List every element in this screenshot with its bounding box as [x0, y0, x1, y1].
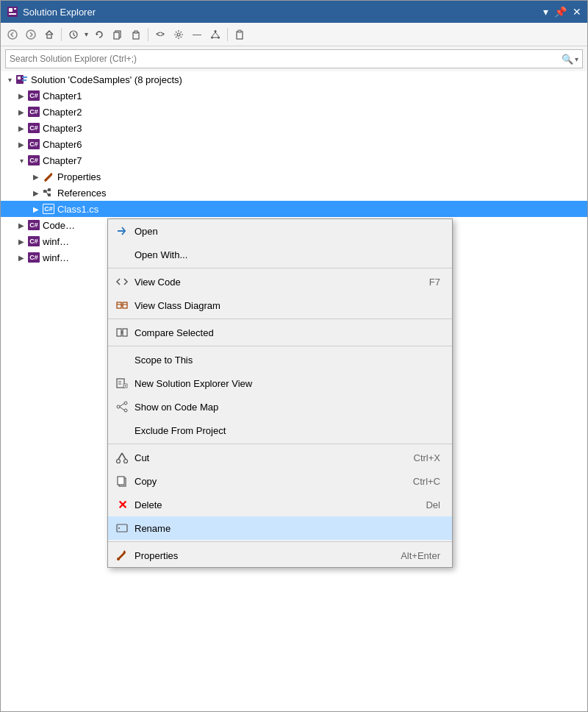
properties-expander: ▶ [30, 173, 42, 181]
clipboard-icon [234, 29, 245, 40]
refresh-button[interactable] [91, 26, 107, 43]
svg-rect-56 [118, 477, 124, 485]
open-with-icon [114, 246, 130, 263]
collapse-button[interactable]: — [189, 26, 205, 43]
ctx-cut-label: Cut [135, 452, 392, 463]
svg-rect-2 [14, 8, 16, 10]
cut-svg [115, 451, 129, 464]
svg-rect-26 [43, 190, 46, 193]
open-icon [114, 223, 130, 239]
codemap-svg [115, 400, 129, 413]
class1cs-expander: ▶ [30, 205, 42, 213]
ctx-copy[interactable]: Copy Ctrl+C [108, 469, 452, 493]
search-icon[interactable]: 🔍 [562, 54, 573, 65]
ctx-view-code[interactable]: View Code F7 [108, 270, 452, 293]
svg-point-25 [45, 179, 47, 182]
history-dropdown[interactable]: ▾ [85, 30, 88, 38]
chapter3-label: Chapter3 [43, 123, 82, 134]
close-icon[interactable]: ✕ [573, 6, 581, 18]
ctx-delete-label: Delete [135, 499, 404, 510]
ctx-compare-selected[interactable]: Compare Selected [108, 321, 452, 344]
copy-svg [115, 474, 129, 488]
tree-item-chapter2[interactable]: ▶ C# Chapter2 [1, 104, 587, 120]
settings-toolbar-button[interactable] [171, 26, 187, 43]
winf1-expander: ▶ [15, 238, 27, 246]
ctx-open-with[interactable]: Open With... [108, 243, 452, 266]
winf2-label: winf… [43, 252, 69, 263]
clipboard-button[interactable] [232, 26, 248, 43]
svg-rect-3 [9, 13, 16, 15]
svg-rect-37 [117, 329, 121, 336]
svg-line-16 [212, 32, 216, 37]
tree-item-chapter7[interactable]: ▾ C# Chapter7 [1, 152, 587, 168]
tree-item-properties[interactable]: ▶ Properties [1, 168, 587, 185]
title-bar-right: ▾ 📌 ✕ [543, 6, 581, 18]
solution-file-icon [15, 74, 29, 85]
svg-rect-32 [117, 302, 121, 308]
tree-item-references[interactable]: ▶ References [1, 185, 587, 201]
ctx-cut[interactable]: Cut Ctrl+X [108, 446, 452, 469]
chapter2-label: Chapter2 [43, 107, 82, 118]
svg-point-59 [117, 558, 120, 560]
svg-rect-22 [18, 76, 21, 79]
ctx-delete[interactable]: ✕ Delete Del [108, 493, 452, 516]
ctx-show-code-map-label: Show on Code Map [135, 402, 440, 413]
svg-line-29 [46, 190, 48, 191]
ctx-exclude-from-project[interactable]: Exclude From Project [108, 419, 452, 442]
back-button[interactable] [4, 26, 21, 43]
ctx-view-class-diagram[interactable]: View Class Diagram [108, 293, 452, 317]
ctx-copy-label: Copy [135, 476, 391, 487]
svg-rect-9 [114, 32, 119, 39]
home-button[interactable] [41, 26, 57, 43]
ctx-open[interactable]: Open [108, 219, 452, 243]
ctx-rename[interactable]: Rename [108, 516, 452, 540]
context-menu: Open Open With... View Code F7 [107, 218, 453, 568]
svg-rect-6 [47, 35, 51, 38]
properties-label: Properties [57, 171, 101, 182]
exclude-from-project-icon [114, 422, 130, 438]
tree-item-chapter6[interactable]: ▶ C# Chapter6 [1, 136, 587, 152]
properties-svg [115, 549, 129, 562]
ctx-sep-2 [108, 318, 452, 319]
code-samples-expander: ▶ [15, 221, 27, 229]
pin-icon[interactable]: 📌 [554, 6, 567, 18]
ctx-properties[interactable]: Properties Alt+Enter [108, 544, 452, 567]
ctx-scope-to-this-label: Scope to This [135, 355, 440, 366]
tree-item-class1cs[interactable]: ▶ C# Class1.cs [1, 201, 587, 217]
references-label: References [57, 188, 106, 199]
winf2-icon: C# [27, 252, 40, 263]
wrench-icon [43, 171, 54, 182]
solution-explorer-panel: Solution Explorer ▾ 📌 ✕ ▾ [0, 0, 588, 712]
ctx-sep-1 [108, 268, 452, 268]
solution-expander: ▾ [4, 76, 15, 84]
search-input[interactable] [10, 54, 562, 64]
dropdown-icon[interactable]: ▾ [543, 6, 548, 18]
history-button[interactable] [65, 26, 82, 43]
search-dropdown[interactable]: ▾ [575, 55, 578, 63]
ctx-show-code-map[interactable]: Show on Code Map [108, 395, 452, 419]
view-code-toolbar-button[interactable]: <> [152, 26, 168, 43]
tree-item-chapter3[interactable]: ▶ C# Chapter3 [1, 120, 587, 136]
copy-files-button[interactable] [110, 26, 126, 43]
tree-solution-root[interactable]: ▾ Solution 'CodeSamples' (8 projects) [1, 71, 587, 88]
chapter7-icon: C# [27, 154, 40, 166]
references-expander: ▶ [30, 189, 42, 197]
ctx-properties-label: Properties [135, 550, 379, 561]
ctx-new-solution-explorer[interactable]: New Solution Explorer View [108, 371, 452, 395]
rename-icon [114, 520, 130, 536]
forward-button[interactable] [23, 26, 39, 43]
ctx-scope-to-this[interactable]: Scope to This [108, 348, 452, 371]
toolbar-sep-3 [227, 28, 228, 41]
properties-ctx-icon [114, 547, 130, 563]
chapter2-icon: C# [27, 106, 40, 118]
svg-rect-34 [123, 302, 127, 308]
paste-files-button[interactable] [128, 26, 144, 43]
references-icon [42, 187, 55, 199]
svg-rect-23 [22, 76, 27, 78]
network-button[interactable] [207, 26, 223, 43]
chapter2-expander: ▶ [15, 108, 27, 116]
ctx-sep-5 [108, 541, 452, 542]
svg-rect-27 [48, 188, 51, 191]
copy-files-icon [112, 29, 123, 40]
tree-item-chapter1[interactable]: ▶ C# Chapter1 [1, 88, 587, 104]
